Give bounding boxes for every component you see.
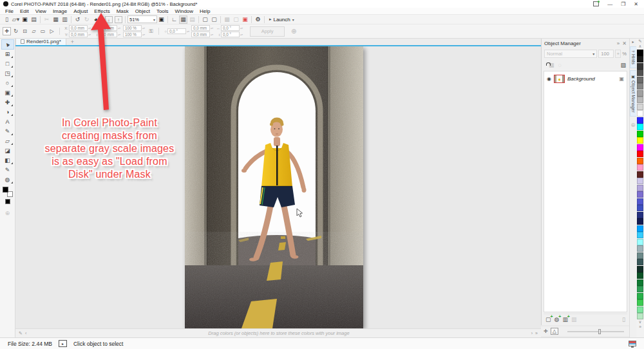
skew-x-field[interactable]: 0,0 ° — [221, 25, 240, 31]
duplicate-image-button[interactable]: ▢ — [210, 15, 218, 24]
redo-button[interactable]: ↻ — [82, 15, 91, 24]
palette-swatch[interactable] — [637, 313, 643, 319]
palette-swatch[interactable] — [637, 293, 643, 299]
palette-swatch[interactable] — [637, 131, 643, 137]
palette-swatch[interactable] — [637, 245, 643, 252]
undo-button[interactable]: ↺ — [73, 15, 82, 24]
zoom-level-dropdown[interactable]: 51% ▾ — [128, 15, 157, 23]
revert-button[interactable]: ◕ — [91, 15, 100, 24]
menu-item[interactable]: Window — [172, 8, 196, 14]
menu-item[interactable]: Edit — [17, 8, 32, 14]
rectangle-shape-tool[interactable]: ▱ — [2, 137, 14, 146]
guidelines-button[interactable]: ▤ — [188, 15, 196, 24]
touch-up-tool[interactable]: ✚ — [2, 98, 14, 107]
docker-collapse-icon[interactable]: » — [617, 41, 620, 46]
restore-button[interactable]: ❐ — [621, 1, 625, 7]
export-button[interactable]: ↑ — [115, 16, 122, 23]
grid-button[interactable]: ▦ — [179, 15, 187, 24]
zoom-slider[interactable] — [567, 331, 624, 332]
palette-swatch[interactable] — [637, 232, 643, 238]
palette-next-icon[interactable]: › — [531, 331, 533, 335]
open-button[interactable]: ▱▾ — [12, 15, 20, 24]
zoom-tool[interactable]: ○ — [2, 79, 14, 88]
visibility-eye-icon[interactable]: ◉ — [547, 76, 551, 82]
print-button[interactable]: ▤ — [30, 15, 38, 24]
palette-swatch[interactable] — [637, 70, 643, 76]
docker-close-icon[interactable]: ✕ — [622, 41, 627, 46]
palette-swatch[interactable] — [637, 83, 643, 90]
palette-swatch[interactable] — [637, 185, 643, 191]
menu-item[interactable]: Help — [196, 8, 213, 14]
palette-picker-icon[interactable]: ✎ — [19, 331, 23, 336]
palette-swatch[interactable] — [637, 97, 643, 103]
color-control[interactable] — [3, 187, 13, 197]
options-button[interactable]: ⚙ — [254, 15, 262, 24]
palette-swatch[interactable] — [637, 272, 643, 279]
canvas-area[interactable] — [15, 48, 541, 328]
import-button[interactable]: ↓ — [105, 16, 113, 23]
new-from-visible-button[interactable]: ▢ — [201, 15, 209, 24]
palette-swatch[interactable] — [637, 198, 643, 205]
skew-mode-icon[interactable]: ▭ — [39, 27, 47, 35]
fullscreen-preview-button[interactable]: ▣ — [157, 15, 166, 24]
tab-object-manager[interactable]: ▣ Object Manager — [630, 70, 637, 117]
minimize-button[interactable]: — — [607, 1, 612, 7]
object-transparency-tool[interactable]: ◧ — [2, 156, 14, 165]
height-field[interactable]: 0,0 mm — [99, 32, 117, 37]
menu-item[interactable]: Tools — [153, 8, 172, 14]
palette-more-icon[interactable]: » — [639, 325, 641, 330]
docker-expand-icon[interactable]: ▸ — [632, 39, 634, 44]
mask-transform-tool[interactable]: ⊞ — [2, 50, 14, 59]
pan-icon[interactable]: ✛ — [544, 328, 548, 334]
new-object-button[interactable]: ▢ — [545, 316, 551, 323]
document-page[interactable] — [185, 46, 363, 328]
cut-button[interactable]: ✂ — [43, 15, 51, 24]
palette-swatch[interactable] — [637, 90, 643, 97]
menu-item[interactable]: Object — [132, 8, 153, 14]
tab-hints[interactable]: ? Hints — [630, 46, 637, 68]
palette-swatch[interactable] — [637, 266, 643, 272]
clear-mask-button[interactable]: ▢ — [232, 15, 240, 24]
palette-swatch[interactable] — [637, 171, 643, 178]
save-button[interactable]: ▣ — [21, 15, 29, 24]
palette-swatch[interactable] — [637, 252, 643, 259]
proof-colors-icon[interactable] — [629, 341, 636, 346]
menu-item[interactable]: File — [2, 8, 17, 14]
position-x-field[interactable]: 0,0 mm — [69, 25, 88, 31]
palette-swatch[interactable] — [637, 110, 643, 117]
flip-mode-icon[interactable]: ▱ — [30, 27, 38, 35]
Background[interactable]: ◉ Background ▣ — [544, 73, 627, 84]
duplicate-object-button[interactable]: ▥ — [562, 316, 568, 323]
clip-mask-button[interactable]: ◌ — [558, 62, 562, 68]
scale-x-field[interactable]: 100 % — [123, 25, 142, 31]
palette-swatch[interactable] — [637, 63, 643, 70]
palette-swatch[interactable] — [637, 151, 643, 157]
position-y-field[interactable]: 0,0 mm — [69, 32, 88, 37]
palette-swatch[interactable] — [637, 191, 643, 198]
palette-swatch[interactable] — [637, 259, 643, 265]
palette-more-icon[interactable]: » — [535, 331, 538, 335]
effect-tool[interactable]: ◑ — [2, 108, 14, 117]
pick-tool[interactable]: ▲ — [2, 40, 14, 49]
palette-swatch[interactable] — [637, 286, 643, 292]
customize-toolbox-icon[interactable]: ⊕ — [5, 210, 10, 216]
position-mode-icon[interactable]: ✛ — [3, 27, 11, 35]
layer-options-icon[interactable]: ▣ — [619, 76, 624, 82]
opacity-field[interactable]: 100 — [598, 50, 614, 58]
palette-swatch[interactable] — [637, 117, 643, 124]
rectangle-mask-tool[interactable]: □ — [2, 59, 14, 68]
blend-mode-dropdown[interactable]: Normal ▾ — [544, 50, 597, 58]
navigator-icon[interactable]: △ — [551, 328, 558, 335]
mask-overlay-button[interactable]: ▣ — [241, 15, 249, 24]
palette-swatch[interactable] — [637, 158, 643, 164]
palette-swatch[interactable] — [637, 144, 643, 151]
new-lens-button[interactable]: ◍ — [554, 316, 560, 323]
skew-y-field[interactable]: 0,0 ° — [221, 32, 240, 37]
text-tool[interactable]: A — [2, 117, 14, 126]
palette-swatch[interactable] — [637, 279, 643, 286]
paint-tool[interactable]: ✎ — [2, 127, 14, 136]
center-y-field[interactable]: 0,0 mm — [191, 32, 210, 37]
menu-item[interactable]: Image — [50, 8, 70, 14]
menu-item[interactable]: Adjust — [70, 8, 91, 14]
clone-tool[interactable]: ▣ — [2, 88, 14, 97]
